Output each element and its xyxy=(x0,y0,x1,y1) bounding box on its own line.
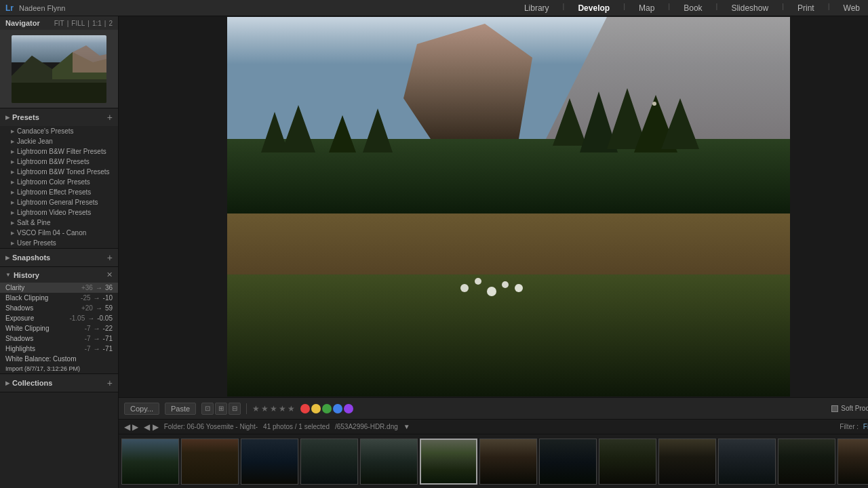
presets-header[interactable]: ▶ Presets + xyxy=(0,108,118,126)
svg-rect-5 xyxy=(12,83,106,103)
filmstrip-thumb-8[interactable] xyxy=(539,439,597,485)
grid-view-icon[interactable]: ⊞ xyxy=(215,403,227,415)
preset-color[interactable]: ▶Lightroom Color Presets xyxy=(0,177,118,187)
preset-bwtoned[interactable]: ▶Lightroom B&W Toned Presets xyxy=(0,167,118,177)
flag-green[interactable] xyxy=(322,404,332,413)
status-dropdown-arrow[interactable]: ▼ xyxy=(403,423,410,430)
flag-red[interactable] xyxy=(300,404,310,413)
nav-map[interactable]: Map xyxy=(636,2,657,14)
filmstrip-thumb-10[interactable] xyxy=(658,439,716,485)
star-rating: ★ ★ ★ ★ ★ xyxy=(252,404,295,413)
flag-yellow[interactable] xyxy=(311,404,321,413)
navigator-preview[interactable] xyxy=(0,30,118,108)
filmstrip-thumb-1[interactable] xyxy=(121,439,179,485)
presets-add-btn[interactable]: + xyxy=(107,112,113,123)
status-nav-arrows[interactable]: ◀ ▶ xyxy=(124,422,138,432)
soft-proofing-label: Soft Proofing xyxy=(841,405,868,412)
history-item-shadows2[interactable]: Shadows -7 → -71 xyxy=(0,333,118,344)
flag-icons xyxy=(300,404,353,413)
nav-arrows-2[interactable]: ◀ ▶ xyxy=(144,422,158,432)
presets-title: ▶ Presets xyxy=(5,113,39,121)
nav-library[interactable]: Library xyxy=(521,2,552,14)
soft-proofing: Soft Proofing xyxy=(831,405,868,412)
filmstrip-thumb-selected[interactable] xyxy=(420,439,477,485)
filmstrip-thumb-2[interactable] xyxy=(181,439,239,485)
top-navigation: Library | Develop | Map | Book | Slidesh… xyxy=(521,2,863,14)
preset-user[interactable]: ▶User Presets xyxy=(0,238,118,248)
svg-point-22 xyxy=(475,278,481,285)
presets-triangle: ▶ xyxy=(5,115,9,121)
nav-book[interactable]: Book xyxy=(681,2,705,14)
history-title: ▼ History xyxy=(5,271,39,279)
view-icons: ⊡ ⊞ ⊟ xyxy=(201,403,241,415)
snapshots-header[interactable]: ▶ Snapshots + xyxy=(0,249,118,266)
preset-video[interactable]: ▶Lightroom Video Presets xyxy=(0,207,118,218)
filters-off[interactable]: Filters Off xyxy=(863,423,868,430)
copy-button[interactable]: Copy... xyxy=(124,403,159,415)
history-item-exposure[interactable]: Exposure -1.05 → -0.05 xyxy=(0,313,118,323)
star-1[interactable]: ★ xyxy=(252,404,260,413)
svg-point-25 xyxy=(515,284,523,292)
snapshots-add-btn[interactable]: + xyxy=(107,252,113,263)
nav-zoom1-btn[interactable]: 1:1 xyxy=(92,20,102,27)
history-item-wb[interactable]: White Balance: Custom xyxy=(0,354,118,364)
nav-fit-btn[interactable]: FIT xyxy=(54,20,64,27)
star-3[interactable]: ★ xyxy=(270,404,277,413)
star-5[interactable]: ★ xyxy=(288,404,295,413)
preset-candace[interactable]: ▶Candace's Presets xyxy=(0,126,118,136)
preset-bwfilter[interactable]: ▶Lightroom B&W Filter Presets xyxy=(0,146,118,157)
user-name: Nadeen Flynn xyxy=(19,4,66,12)
app-logo: Lr xyxy=(5,3,14,13)
photo-area[interactable] xyxy=(119,16,868,397)
history-item-whiteclipping[interactable]: White Clipping -7 → -22 xyxy=(0,323,118,333)
loupe-view-icon[interactable]: ⊡ xyxy=(201,403,214,415)
snapshots-section: ▶ Snapshots + xyxy=(0,249,118,267)
nav-zoom2-btn[interactable]: 2 xyxy=(108,20,113,27)
status-photos: 41 photos / 1 selected xyxy=(263,423,330,430)
navigator-controls: FIT | FILL | 1:1 | 2 xyxy=(54,20,113,27)
filmstrip-thumb-7[interactable] xyxy=(479,439,537,485)
filmstrip-thumb-9[interactable] xyxy=(599,439,656,485)
flag-blue[interactable] xyxy=(333,404,342,413)
filter-label: Filter : xyxy=(840,423,859,430)
nav-develop[interactable]: Develop xyxy=(575,2,612,14)
history-item-clarity[interactable]: Clarity +36 → 36 xyxy=(0,283,118,293)
collections-header[interactable]: ▶ Collections + xyxy=(0,374,118,392)
preset-general[interactable]: ▶Lightroom General Presets xyxy=(0,197,118,207)
history-close-btn[interactable]: ✕ xyxy=(106,270,113,279)
flag-purple[interactable] xyxy=(344,404,353,413)
bottom-toolbar: Copy... Paste ⊡ ⊞ ⊟ ★ ★ ★ ★ ★ xyxy=(119,397,868,419)
nav-fill-btn[interactable]: FILL xyxy=(71,20,85,27)
filmstrip-thumb-12[interactable] xyxy=(778,439,835,485)
nav-web[interactable]: Web xyxy=(841,2,863,14)
star-2[interactable]: ★ xyxy=(261,404,269,413)
preset-jackie[interactable]: ▶Jackie Jean xyxy=(0,136,118,146)
filmstrip-thumb-13[interactable] xyxy=(837,439,868,485)
filmstrip-thumb-4[interactable] xyxy=(300,439,358,485)
navigator-header: Navigator FIT | FILL | 1:1 | 2 xyxy=(0,16,118,30)
nav-slideshow[interactable]: Slideshow xyxy=(728,2,771,14)
history-item-import[interactable]: Import (8/7/17, 3:12:26 PM) xyxy=(0,364,118,373)
status-right: Filter : Filters Off xyxy=(840,423,868,430)
status-folder: Folder: 06-06 Yosemite - Night- xyxy=(164,423,258,430)
history-item-shadows1[interactable]: Shadows +20 → 59 xyxy=(0,303,118,313)
paste-button[interactable]: Paste xyxy=(165,403,196,415)
status-left: ◀ ▶ ◀ ▶ Folder: 06-06 Yosemite - Night- … xyxy=(124,422,410,432)
history-item-blackclipping[interactable]: Black Clipping -25 → -10 xyxy=(0,293,118,303)
collections-add-btn[interactable]: + xyxy=(107,378,113,388)
toolbar-separator xyxy=(246,403,247,414)
preset-saltpine[interactable]: ▶Salt & Pine xyxy=(0,218,118,228)
snapshots-title: ▶ Snapshots xyxy=(5,253,50,262)
history-item-highlights[interactable]: Highlights -7 → -71 xyxy=(0,344,118,354)
filmstrip-thumb-3[interactable] xyxy=(241,439,298,485)
nav-print[interactable]: Print xyxy=(795,2,817,14)
filmstrip-thumb-5[interactable] xyxy=(360,439,418,485)
filmstrip-thumb-11[interactable] xyxy=(718,439,776,485)
nav-preview-image xyxy=(12,35,106,103)
soft-proofing-checkbox[interactable] xyxy=(831,405,838,412)
preset-bw[interactable]: ▶Lightroom B&W Presets xyxy=(0,157,118,167)
preset-vsco[interactable]: ▶VSCO Film 04 - Canon xyxy=(0,228,118,238)
compare-view-icon[interactable]: ⊟ xyxy=(229,403,241,415)
preset-effect[interactable]: ▶Lightroom Effect Presets xyxy=(0,187,118,197)
star-4[interactable]: ★ xyxy=(279,404,286,413)
